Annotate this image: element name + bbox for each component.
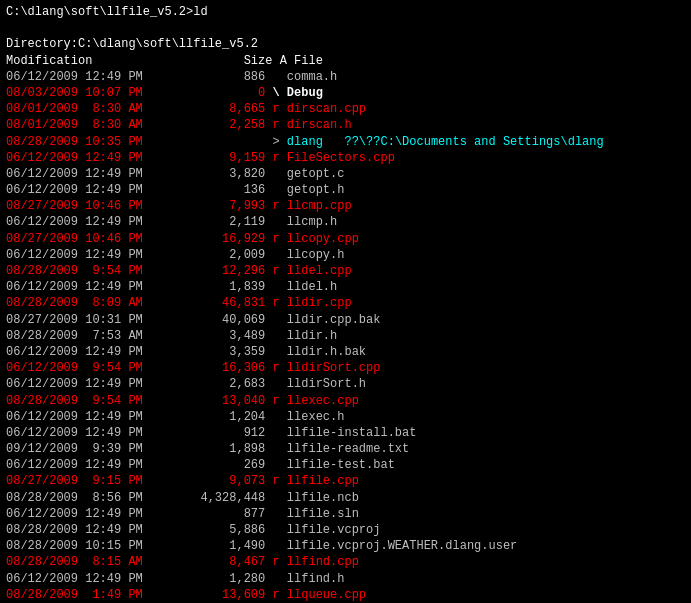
list-item: 08/27/2009 10:31 PM 40,069 lldir.cpp.bak bbox=[6, 312, 685, 328]
list-item: 06/12/2009 9:54 PM 16,306 r lldirSort.cp… bbox=[6, 360, 685, 376]
list-item: 06/12/2009 12:49 PM 3,820 getopt.c bbox=[6, 166, 685, 182]
list-item: 08/28/2009 9:54 PM 13,040 r llexec.cpp bbox=[6, 393, 685, 409]
list-item: 08/28/2009 8:15 AM 8,467 r llfind.cpp bbox=[6, 554, 685, 570]
list-item: 06/12/2009 12:49 PM 886 comma.h bbox=[6, 69, 685, 85]
list-item: 06/12/2009 12:49 PM 3,359 lldir.h.bak bbox=[6, 344, 685, 360]
list-item: 08/28/2009 8:09 AM 46,831 r lldir.cpp bbox=[6, 295, 685, 311]
dir-path: Directory:C:\dlang\soft\llfile_v5.2 bbox=[6, 36, 685, 52]
col-headers: Modification Size A File bbox=[6, 53, 685, 69]
list-item: 08/28/2009 7:53 AM 3,489 lldir.h bbox=[6, 328, 685, 344]
list-item: 08/28/2009 9:54 PM 12,296 r lldel.cpp bbox=[6, 263, 685, 279]
list-item: 08/01/2009 8:30 AM 8,665 r dirscan.cpp bbox=[6, 101, 685, 117]
list-item: 06/12/2009 12:49 PM 912 llfile-install.b… bbox=[6, 425, 685, 441]
list-item: 06/12/2009 12:49 PM 1,280 llfind.h bbox=[6, 571, 685, 587]
list-item: 08/03/2009 10:07 PM 0 \ Debug bbox=[6, 85, 685, 101]
list-item: 06/12/2009 12:49 PM 1,204 llexec.h bbox=[6, 409, 685, 425]
list-item: 08/28/2009 10:35 PM > dlang ??\??C:\Docu… bbox=[6, 134, 685, 150]
list-item: 06/12/2009 12:49 PM 2,119 llcmp.h bbox=[6, 214, 685, 230]
list-item: 06/12/2009 12:49 PM 1,839 lldel.h bbox=[6, 279, 685, 295]
list-item: 06/12/2009 12:49 PM 2,009 llcopy.h bbox=[6, 247, 685, 263]
list-item: 08/28/2009 12:49 PM 5,886 llfile.vcproj bbox=[6, 522, 685, 538]
command-prompt: C:\dlang\soft\llfile_v5.2>ld bbox=[6, 4, 685, 20]
list-item: 06/12/2009 12:49 PM 877 llfile.sln bbox=[6, 506, 685, 522]
list-item: 09/12/2009 9:39 PM 1,898 llfile-readme.t… bbox=[6, 441, 685, 457]
list-item: 08/28/2009 1:49 PM 13,609 r llqueue.cpp bbox=[6, 587, 685, 603]
directory-header bbox=[6, 20, 685, 36]
list-item: 06/12/2009 12:49 PM 9,159 r FileSectors.… bbox=[6, 150, 685, 166]
list-item: 08/28/2009 10:15 PM 1,490 llfile.vcproj.… bbox=[6, 538, 685, 554]
list-item: 08/27/2009 9:15 PM 9,073 r llfile.cpp bbox=[6, 473, 685, 489]
list-item: 06/12/2009 12:49 PM 269 llfile-test.bat bbox=[6, 457, 685, 473]
list-item: 08/28/2009 8:56 PM 4,328,448 llfile.ncb bbox=[6, 490, 685, 506]
list-item: 08/27/2009 10:46 PM 7,993 r llcmp.cpp bbox=[6, 198, 685, 214]
list-item: 06/12/2009 12:49 PM 2,683 lldirSort.h bbox=[6, 376, 685, 392]
list-item: 08/01/2009 8:30 AM 2,258 r dirscan.h bbox=[6, 117, 685, 133]
list-item: 06/12/2009 12:49 PM 136 getopt.h bbox=[6, 182, 685, 198]
list-item: 08/27/2009 10:46 PM 16,929 r llcopy.cpp bbox=[6, 231, 685, 247]
terminal-window: C:\dlang\soft\llfile_v5.2>ld Directory:C… bbox=[6, 4, 685, 603]
